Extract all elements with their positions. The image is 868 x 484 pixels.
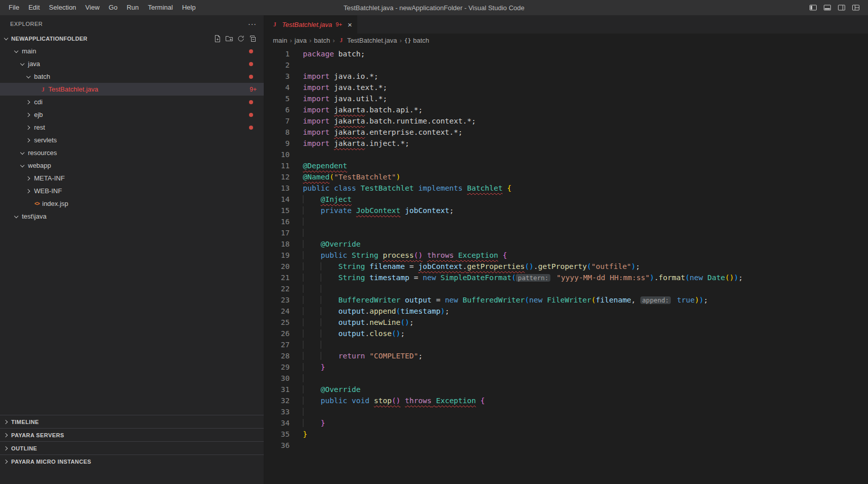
tree-item-batch[interactable]: batch xyxy=(0,70,264,83)
code-line-32[interactable]: 32 public void stop() throws Exception { xyxy=(264,395,868,406)
code-line-15[interactable]: 15 private JobContext jobContext; xyxy=(264,205,868,216)
menu-help[interactable]: Help xyxy=(177,0,200,15)
code-line-36[interactable]: 36 xyxy=(264,440,868,451)
code-line-25[interactable]: 25 output.newLine(); xyxy=(264,317,868,328)
line-number[interactable]: 2 xyxy=(264,59,290,71)
code-line-3[interactable]: 3import java.io.*; xyxy=(264,71,868,82)
breadcrumb-item-main[interactable]: main xyxy=(273,37,287,44)
collapse-folders-icon[interactable] xyxy=(249,35,257,43)
line-number[interactable]: 31 xyxy=(264,384,290,395)
code-line-22[interactable]: 22 xyxy=(264,283,868,294)
code-line-6[interactable]: 6import jakarta.batch.api.*; xyxy=(264,104,868,115)
line-number[interactable]: 17 xyxy=(264,227,290,238)
panel-payara-servers[interactable]: PAYARA SERVERS xyxy=(0,428,264,441)
code-line-5[interactable]: 5import java.util.*; xyxy=(264,93,868,104)
tree-item-index-jsp[interactable]: <>index.jsp xyxy=(0,197,264,210)
tree-item-webapp[interactable]: webapp xyxy=(0,159,264,172)
line-number[interactable]: 25 xyxy=(264,317,290,328)
breadcrumb-item-batch[interactable]: batch xyxy=(314,37,330,44)
code-line-17[interactable]: 17 xyxy=(264,227,868,238)
menu-edit[interactable]: Edit xyxy=(24,0,44,15)
line-number[interactable]: 35 xyxy=(264,429,290,440)
panel-payara-micro-instances[interactable]: PAYARA MICRO INSTANCES xyxy=(0,455,264,468)
toggle-panel-icon[interactable] xyxy=(823,4,831,12)
line-number[interactable]: 7 xyxy=(264,115,290,127)
new-folder-icon[interactable] xyxy=(225,35,233,43)
line-number[interactable]: 19 xyxy=(264,250,290,261)
code-line-13[interactable]: 13public class TestBatchlet implements B… xyxy=(264,183,868,194)
refresh-explorer-icon[interactable] xyxy=(237,35,245,43)
more-actions-icon[interactable]: ··· xyxy=(248,20,257,28)
new-file-icon[interactable] xyxy=(213,35,222,43)
line-number[interactable]: 12 xyxy=(264,171,290,183)
section-header-newapplicationfolder[interactable]: NEWAPPLICATIONFOLDER xyxy=(0,33,264,45)
menu-selection[interactable]: Selection xyxy=(44,0,80,15)
code-line-29[interactable]: 29 } xyxy=(264,361,868,373)
line-number[interactable]: 16 xyxy=(264,216,290,227)
line-number[interactable]: 26 xyxy=(264,328,290,339)
code-line-1[interactable]: 1package batch; xyxy=(264,48,868,59)
code-line-24[interactable]: 24 output.append(timestamp); xyxy=(264,306,868,317)
line-number[interactable]: 32 xyxy=(264,395,290,406)
line-number[interactable]: 23 xyxy=(264,294,290,306)
code-line-23[interactable]: 23 BufferedWriter output = new BufferedW… xyxy=(264,294,868,306)
breadcrumb-item-batch[interactable]: {}batch xyxy=(405,37,429,44)
line-number[interactable]: 24 xyxy=(264,306,290,317)
breadcrumb-item-testbatchlet-java[interactable]: JTestBatchlet.java xyxy=(337,37,397,44)
panel-outline[interactable]: OUTLINE xyxy=(0,441,264,455)
panel-timeline[interactable]: TIMELINE xyxy=(0,415,264,428)
line-number[interactable]: 8 xyxy=(264,127,290,138)
code-line-33[interactable]: 33 xyxy=(264,406,868,417)
tree-item-rest[interactable]: rest xyxy=(0,121,264,134)
editor-code[interactable]: 1package batch;23import java.io.*;4impor… xyxy=(264,47,868,484)
tree-item-test-java[interactable]: test\java xyxy=(0,210,264,223)
code-line-26[interactable]: 26 output.close(); xyxy=(264,328,868,339)
tree-item-main[interactable]: main xyxy=(0,45,264,57)
tree-item-meta-inf[interactable]: META-INF xyxy=(0,172,264,185)
line-number[interactable]: 6 xyxy=(264,104,290,115)
line-number[interactable]: 22 xyxy=(264,283,290,294)
code-line-21[interactable]: 21 String timestamp = new SimpleDateForm… xyxy=(264,272,868,283)
line-number[interactable]: 5 xyxy=(264,93,290,104)
line-number[interactable]: 15 xyxy=(264,205,290,216)
line-number[interactable]: 11 xyxy=(264,160,290,171)
line-number[interactable]: 4 xyxy=(264,82,290,93)
code-line-31[interactable]: 31 @Override xyxy=(264,384,868,395)
line-number[interactable]: 34 xyxy=(264,417,290,429)
line-number[interactable]: 28 xyxy=(264,350,290,361)
line-number[interactable]: 21 xyxy=(264,272,290,283)
toggle-sidebar-icon[interactable] xyxy=(809,4,817,12)
line-number[interactable]: 36 xyxy=(264,440,290,451)
line-number[interactable]: 3 xyxy=(264,71,290,82)
menu-view[interactable]: View xyxy=(81,0,104,15)
menu-run[interactable]: Run xyxy=(122,0,143,15)
tree-item-ejb[interactable]: ejb xyxy=(0,108,264,121)
code-line-27[interactable]: 27 xyxy=(264,339,868,350)
line-number[interactable]: 33 xyxy=(264,406,290,417)
code-line-30[interactable]: 30 xyxy=(264,373,868,384)
line-number[interactable]: 29 xyxy=(264,361,290,373)
code-line-12[interactable]: 12@Named("TestBatchlet") xyxy=(264,171,868,183)
tree-item-cdi[interactable]: cdi xyxy=(0,96,264,108)
line-number[interactable]: 1 xyxy=(264,48,290,59)
tree-item-testbatchlet-java[interactable]: JTestBatchlet.java9+ xyxy=(0,83,264,96)
code-line-2[interactable]: 2 xyxy=(264,59,868,71)
tab-testbatchlet-java[interactable]: J TestBatchlet.java 9+ × xyxy=(264,15,357,34)
line-number[interactable]: 14 xyxy=(264,194,290,205)
code-line-9[interactable]: 9import jakarta.inject.*; xyxy=(264,138,868,149)
code-line-4[interactable]: 4import java.text.*; xyxy=(264,82,868,93)
customize-layout-icon[interactable] xyxy=(852,4,860,12)
menu-go[interactable]: Go xyxy=(104,0,122,15)
code-line-16[interactable]: 16 xyxy=(264,216,868,227)
code-line-14[interactable]: 14 @Inject xyxy=(264,194,868,205)
tree-item-java[interactable]: java xyxy=(0,57,264,70)
close-tab-icon[interactable]: × xyxy=(348,21,352,28)
line-number[interactable]: 20 xyxy=(264,261,290,272)
breadcrumb-item-java[interactable]: java xyxy=(295,37,307,44)
line-number[interactable]: 10 xyxy=(264,149,290,160)
line-number[interactable]: 9 xyxy=(264,138,290,149)
line-number[interactable]: 18 xyxy=(264,238,290,250)
menu-file[interactable]: File xyxy=(4,0,24,15)
code-line-18[interactable]: 18 @Override xyxy=(264,238,868,250)
toggle-secondary-sidebar-icon[interactable] xyxy=(838,4,846,12)
